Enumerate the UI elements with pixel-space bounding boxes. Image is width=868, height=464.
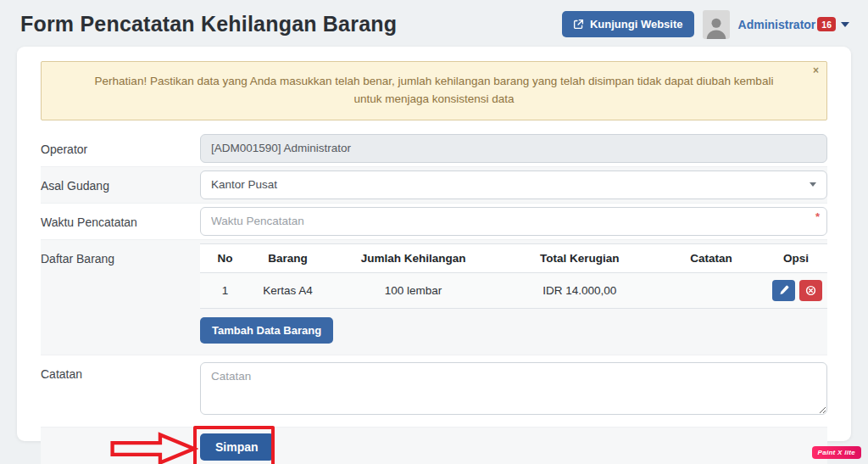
warning-alert: × Perhatian! Pastikan data yang Anda mas…	[41, 61, 827, 120]
page-title: Form Pencatatan Kehilangan Barang	[20, 12, 397, 36]
daftar-barang-label: Daftar Barang	[41, 243, 200, 266]
delete-item-button[interactable]	[799, 280, 822, 301]
edit-item-button[interactable]	[772, 280, 795, 301]
daftar-barang-row: Daftar Barang No Barang Jumlah Kehilanga…	[41, 239, 827, 355]
external-link-icon	[573, 19, 584, 30]
form-footer: Simpan	[41, 427, 827, 464]
cell-total: IDR 14.000,00	[501, 272, 658, 308]
catatan-label: Catatan	[41, 359, 200, 381]
col-header-jumlah: Jumlah Kehilangan	[326, 243, 501, 272]
notification-badge: 16	[817, 17, 836, 31]
required-asterisk: *	[815, 210, 820, 223]
visit-website-label: Kunjungi Website	[590, 18, 683, 31]
waktu-pencatatan-row: Waktu Pencatatan *	[41, 203, 827, 239]
catatan-row: Catatan	[41, 355, 827, 427]
waktu-pencatatan-input[interactable]	[200, 207, 827, 236]
table-row: 1 Kertas A4 100 lembar IDR 14.000,00	[200, 272, 827, 308]
paint-x-lite-watermark: Paint X lite	[812, 446, 862, 459]
col-header-total: Total Kerugian	[501, 243, 658, 272]
items-table: No Barang Jumlah Kehilangan Total Kerugi…	[200, 243, 827, 309]
asal-gudang-row: Asal Gudang Kantor Pusat	[41, 166, 827, 203]
waktu-pencatatan-label: Waktu Pencatatan	[41, 207, 200, 229]
col-header-no: No	[200, 243, 250, 272]
user-avatar[interactable]	[703, 10, 730, 39]
operator-label: Operator	[41, 134, 200, 156]
col-header-barang: Barang	[250, 243, 326, 272]
items-table-header-row: No Barang Jumlah Kehilangan Total Kerugi…	[200, 243, 827, 272]
x-circle-icon	[805, 285, 816, 296]
save-button[interactable]: Simpan	[200, 433, 274, 461]
cell-jumlah: 100 lembar	[326, 272, 501, 308]
pencil-icon	[779, 285, 789, 295]
annotation-arrow-icon	[110, 429, 198, 464]
user-name: Administrator	[738, 18, 816, 31]
col-header-opsi: Opsi	[765, 243, 827, 272]
cell-catatan	[658, 272, 765, 308]
caret-down-icon	[841, 22, 849, 27]
asal-gudang-selected-value: Kantor Pusat	[211, 178, 277, 191]
operator-row: Operator [ADM001590] Administrator	[41, 131, 827, 166]
add-item-button[interactable]: Tambah Data Barang	[200, 317, 333, 344]
person-silhouette-icon	[704, 14, 729, 39]
user-menu[interactable]: Administrator 16	[738, 17, 849, 31]
alert-close-icon[interactable]: ×	[813, 65, 819, 75]
select-caret-icon	[810, 182, 816, 187]
cell-no: 1	[200, 272, 250, 308]
cell-barang: Kertas A4	[250, 272, 326, 308]
operator-field: [ADM001590] Administrator	[200, 134, 827, 163]
form-card: × Perhatian! Pastikan data yang Anda mas…	[17, 47, 851, 441]
asal-gudang-select[interactable]: Kantor Pusat	[200, 171, 827, 199]
top-header: Form Pencatatan Kehilangan Barang Kunjun…	[0, 0, 868, 47]
col-header-catatan: Catatan	[658, 243, 765, 272]
visit-website-button[interactable]: Kunjungi Website	[562, 11, 694, 37]
asal-gudang-label: Asal Gudang	[41, 171, 200, 193]
alert-text: Perhatian! Pastikan data yang Anda masuk…	[95, 75, 774, 105]
catatan-textarea[interactable]	[200, 362, 827, 415]
